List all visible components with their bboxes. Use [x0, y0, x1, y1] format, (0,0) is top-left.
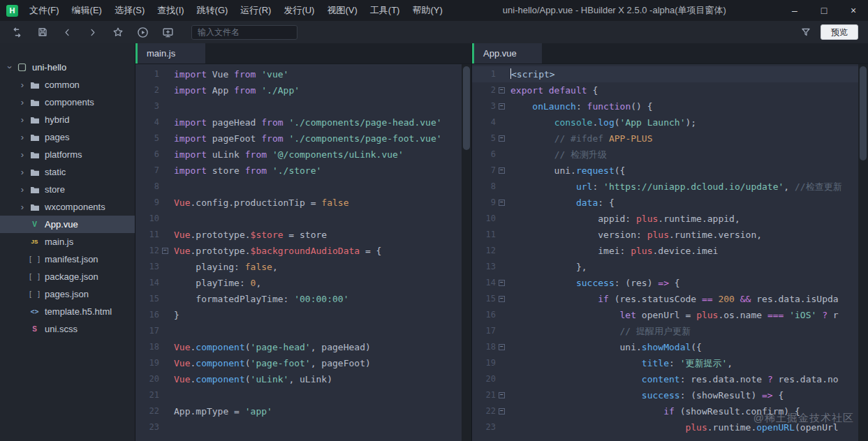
code-line[interactable]: 22− if (showResult.confirm) { [472, 403, 858, 419]
tree-item-wxcomponents[interactable]: ›wxcomponents [0, 198, 135, 216]
menu-item[interactable]: 跳转(G) [191, 0, 235, 21]
tree-item-app-vue[interactable]: VApp.vue [0, 216, 135, 233]
code-line[interactable]: 23 [135, 419, 462, 435]
code-line[interactable]: 12 imei: plus.device.imei [472, 243, 858, 259]
filter-icon[interactable] [795, 23, 816, 41]
tab-app-vue[interactable]: App.vue [472, 43, 542, 63]
chevron-right-icon[interactable]: › [18, 149, 27, 160]
menu-item[interactable]: 编辑(E) [66, 0, 108, 21]
menu-item[interactable]: 视图(V) [321, 0, 363, 21]
favorite-icon[interactable] [108, 23, 128, 41]
fold-collapse-icon[interactable]: − [499, 87, 505, 94]
code-line[interactable]: 6import uLink from '@/components/uLink.v… [135, 147, 462, 163]
code-line[interactable]: 14 playTime: 0, [135, 275, 462, 291]
code-line[interactable]: 16} [135, 307, 462, 323]
tree-item-static[interactable]: ›static [0, 163, 135, 181]
fold-marker[interactable]: − [159, 243, 171, 259]
tree-item-uni-scss[interactable]: Suni.scss [0, 320, 135, 338]
code-line[interactable]: 20 content: res.data.note ? res.data.no [472, 371, 858, 387]
code-line[interactable]: 4import pageHead from './components/page… [135, 114, 462, 130]
fold-collapse-icon[interactable]: − [499, 296, 505, 302]
code-line[interactable]: 18− uni.showModal({ [472, 339, 858, 355]
code-line[interactable]: 9Vue.config.productionTip = false [135, 195, 462, 211]
fold-marker[interactable]: − [496, 82, 508, 98]
scrollbar-thumb[interactable] [860, 66, 867, 160]
scrollbar-vertical-right[interactable] [858, 64, 868, 441]
chevron-right-icon[interactable]: › [18, 184, 27, 195]
fold-collapse-icon[interactable]: − [499, 103, 505, 110]
window-switch-icon[interactable] [7, 23, 27, 41]
scrollbar-vertical-left[interactable] [462, 64, 471, 441]
chevron-right-icon[interactable]: › [18, 167, 27, 177]
tab-main-js[interactable]: main.js [135, 43, 205, 63]
tree-item-manifest-json[interactable]: [ ]manifest.json [0, 251, 135, 268]
tree-item-pages[interactable]: ›pages [0, 128, 135, 146]
code-line[interactable]: 2import App from './App' [135, 82, 462, 98]
menu-item[interactable]: 查找(I) [151, 0, 190, 21]
code-line[interactable]: 3− onLaunch: function() { [472, 98, 858, 114]
tree-item-platforms[interactable]: ›platforms [0, 146, 135, 163]
scrollbar-thumb[interactable] [463, 66, 470, 150]
fold-collapse-icon[interactable]: − [162, 248, 168, 254]
code-line[interactable]: 2−export default { [472, 82, 858, 98]
chevron-right-icon[interactable]: › [18, 114, 27, 125]
menu-item[interactable]: 工具(T) [364, 0, 406, 21]
code-line[interactable]: 9− data: { [472, 195, 858, 211]
code-line[interactable]: 17 [135, 323, 462, 339]
fold-marker[interactable]: − [496, 387, 508, 403]
tree-item-components[interactable]: ›components [0, 94, 135, 111]
tree-item-template-h5-html[interactable]: <>template.h5.html [0, 303, 135, 320]
fold-collapse-icon[interactable]: − [499, 135, 505, 142]
forward-icon[interactable] [82, 23, 103, 41]
code-line[interactable]: 16 let openUrl = plus.os.name === 'iOS' … [472, 307, 858, 323]
fold-marker[interactable]: − [496, 195, 508, 211]
tree-item-package-json[interactable]: [ ]package.json [0, 268, 135, 285]
tree-item-main-js[interactable]: JSmain.js [0, 233, 135, 251]
chevron-right-icon[interactable]: › [18, 202, 27, 212]
code-line[interactable]: 20Vue.component('uLink', uLink) [135, 371, 462, 387]
code-line[interactable]: 19Vue.component('page-foot', pageFoot) [135, 355, 462, 371]
fold-collapse-icon[interactable]: − [499, 167, 505, 174]
code-line[interactable]: 15− if (res.statusCode == 200 && res.dat… [472, 291, 858, 307]
code-area-main-js[interactable]: 1import Vue from 'vue'2import App from '… [135, 64, 462, 441]
code-line[interactable]: 10 [135, 211, 462, 227]
chevron-right-icon[interactable]: › [18, 132, 27, 142]
code-line[interactable]: 7− uni.request({ [472, 163, 858, 179]
tree-item-common[interactable]: ›common [0, 76, 135, 94]
fold-marker[interactable]: − [496, 163, 508, 179]
minimize-button[interactable]: – [780, 0, 809, 21]
back-icon[interactable] [57, 23, 78, 41]
preview-button[interactable]: 预览 [821, 24, 858, 40]
code-line[interactable]: 3 [135, 98, 462, 114]
code-line[interactable]: 5import pageFoot from './components/page… [135, 130, 462, 147]
fold-marker[interactable]: − [496, 291, 508, 307]
code-line[interactable]: 15 formatedPlayTime: '00:00:00' [135, 291, 462, 307]
maximize-button[interactable]: □ [809, 0, 839, 21]
tree-root-uni-hello[interactable]: ›uni-hello [0, 59, 135, 76]
code-line[interactable]: 17 // 提醒用户更新 [472, 323, 858, 339]
fold-collapse-icon[interactable]: − [499, 200, 505, 206]
chevron-right-icon[interactable]: › [18, 80, 27, 90]
chevron-down-icon[interactable]: › [5, 63, 15, 72]
close-button[interactable]: × [839, 0, 868, 21]
menu-item[interactable]: 发行(U) [277, 0, 321, 21]
chevron-right-icon[interactable]: › [18, 97, 27, 107]
code-line[interactable]: 21− success: (showResult) => { [472, 387, 858, 403]
code-line[interactable]: 18Vue.component('page-head', pageHead) [135, 339, 462, 355]
fold-collapse-icon[interactable]: − [499, 344, 505, 350]
code-line[interactable]: 1<script> [472, 66, 858, 82]
open-in-browser-icon[interactable] [158, 23, 178, 41]
fold-marker[interactable]: − [496, 130, 508, 147]
fold-marker[interactable]: − [496, 339, 508, 355]
fold-collapse-icon[interactable]: − [499, 392, 505, 398]
fold-collapse-icon[interactable]: − [499, 408, 505, 414]
code-line[interactable]: 13 playing: false, [135, 259, 462, 275]
code-line[interactable]: 12−Vue.prototype.$backgroundAudioData = … [135, 243, 462, 259]
fold-collapse-icon[interactable]: − [499, 280, 505, 286]
code-line[interactable]: 22App.mpType = 'app' [135, 403, 462, 419]
code-line[interactable]: 1import Vue from 'vue' [135, 66, 462, 82]
run-icon[interactable] [133, 23, 153, 41]
code-line[interactable]: 23 plus.runtime.openURL(openUrl [472, 419, 858, 435]
fold-marker[interactable]: − [496, 275, 508, 291]
code-area-app-vue[interactable]: 1<script>2−export default {3− onLaunch: … [472, 64, 858, 441]
